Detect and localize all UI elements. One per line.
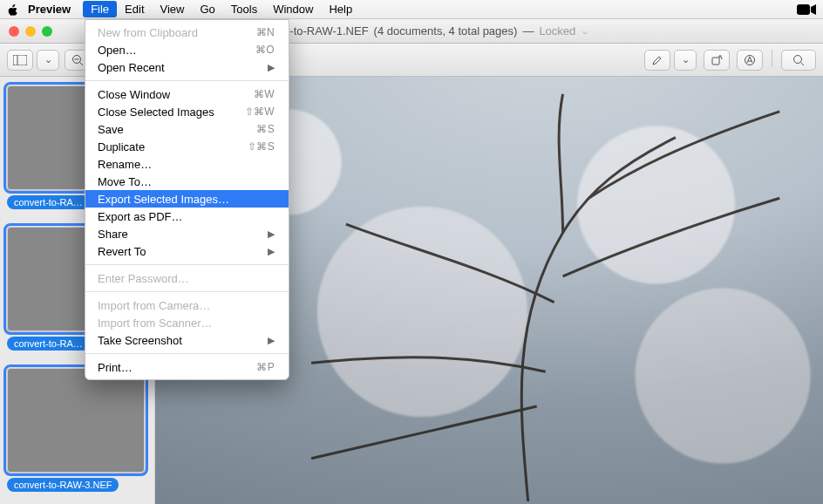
menu-item-shortcut: ⇧⌘S xyxy=(248,140,275,153)
file-menu-item[interactable]: Open…⌘O xyxy=(85,41,289,58)
menu-go[interactable]: Go xyxy=(192,1,222,17)
menu-item-label: Import from Camera… xyxy=(98,299,210,312)
file-menu-item[interactable]: Rename… xyxy=(85,155,289,173)
menu-file[interactable]: File xyxy=(83,1,117,17)
file-menu-item[interactable]: Move To… xyxy=(85,173,289,190)
menu-item-label: Move To… xyxy=(98,175,152,188)
minimize-window-button[interactable] xyxy=(25,26,36,37)
menu-item-label: Close Window xyxy=(98,88,170,101)
file-menu-item[interactable]: Take Screenshot▶ xyxy=(85,331,289,349)
menu-item-label: Share xyxy=(98,228,128,241)
sidebar-icon xyxy=(13,55,27,65)
thumbnail-label: convert-to-RA… xyxy=(7,337,90,351)
svg-rect-1 xyxy=(13,55,27,65)
file-menu-item[interactable]: Print…⌘P xyxy=(85,358,289,376)
menu-item-label: Close Selected Images xyxy=(98,106,214,119)
svg-line-4 xyxy=(80,62,84,65)
markup-button[interactable] xyxy=(737,50,763,71)
file-menu-item[interactable]: Export Selected Images… xyxy=(85,190,289,208)
app-name: Preview xyxy=(28,3,71,16)
file-menu-item[interactable]: Close Selected Images⇧⌘W xyxy=(85,103,289,120)
facetime-icon[interactable] xyxy=(797,3,816,16)
menu-item-label: Export Selected Images… xyxy=(98,193,229,206)
zoom-window-button[interactable] xyxy=(42,26,52,37)
menu-item-shortcut: ⇧⌘W xyxy=(245,106,275,118)
menu-item-label: Rename… xyxy=(98,158,152,171)
search-button[interactable] xyxy=(781,50,816,71)
chevron-down-icon[interactable]: ⌵ xyxy=(582,26,588,36)
svg-rect-0 xyxy=(797,4,810,15)
window-title-sep: — xyxy=(522,24,534,37)
apple-logo-icon xyxy=(7,3,19,16)
file-menu-item[interactable]: Duplicate⇧⌘S xyxy=(85,138,289,155)
menu-separator xyxy=(85,291,289,292)
file-menu-item: Import from Camera… xyxy=(85,296,289,314)
menubar: Preview File Edit View Go Tools Window H… xyxy=(0,0,823,19)
close-window-button[interactable] xyxy=(9,26,19,37)
menu-item-shortcut: ⌘N xyxy=(256,26,275,38)
sidebar-toggle-button[interactable] xyxy=(7,50,33,71)
menu-item-label: Print… xyxy=(98,361,133,374)
file-menu-item[interactable]: Open Recent▶ xyxy=(85,58,289,76)
menu-item-label: Take Screenshot xyxy=(98,334,182,347)
thumbnail-image xyxy=(7,368,145,473)
submenu-arrow-icon: ▶ xyxy=(268,228,275,240)
menu-item-label: Open… xyxy=(98,44,137,57)
file-menu-item: Enter Password… xyxy=(85,269,289,287)
thumbnail-label: convert-to-RAW-3.NEF xyxy=(7,478,119,492)
svg-point-14 xyxy=(794,55,802,63)
svg-line-15 xyxy=(801,62,805,65)
file-menu-item: Import from Scanner… xyxy=(85,314,289,331)
menu-item-label: Import from Scanner… xyxy=(98,317,213,330)
file-menu-dropdown: New from Clipboard⌘NOpen…⌘OOpen Recent▶C… xyxy=(85,19,289,380)
svg-rect-12 xyxy=(712,58,719,65)
menu-item-label: Duplicate xyxy=(98,140,145,153)
menu-edit[interactable]: Edit xyxy=(117,1,152,17)
menu-item-label: Save xyxy=(98,123,124,136)
window-locked-label: Locked xyxy=(539,24,575,37)
menu-help[interactable]: Help xyxy=(321,1,360,17)
menu-item-shortcut: ⌘W xyxy=(254,88,275,100)
file-menu-item[interactable]: Save⌘S xyxy=(85,120,289,138)
menu-view[interactable]: View xyxy=(153,1,193,17)
rotate-icon xyxy=(711,54,723,66)
file-menu-item[interactable]: Close Window⌘W xyxy=(85,85,289,103)
menu-item-label: Revert To xyxy=(98,245,146,258)
markup-icon xyxy=(744,54,756,66)
file-menu-item[interactable]: Share▶ xyxy=(85,225,289,242)
menu-separator xyxy=(85,353,289,354)
submenu-arrow-icon: ▶ xyxy=(268,335,275,346)
window-title-info: (4 documents, 4 total pages) xyxy=(374,24,518,37)
menu-item-shortcut: ⌘S xyxy=(256,123,275,135)
sidebar-menu-button[interactable]: ⌄ xyxy=(37,50,59,71)
thumbnail-label: convert-to-RA… xyxy=(7,195,90,209)
traffic-lights xyxy=(9,26,52,37)
menu-item-shortcut: ⌘O xyxy=(255,44,275,56)
menu-item-label: Enter Password… xyxy=(98,272,189,285)
menu-item-label: New from Clipboard xyxy=(98,26,198,39)
menu-item-shortcut: ⌘P xyxy=(256,361,275,373)
file-menu-item: New from Clipboard⌘N xyxy=(85,24,289,41)
menubar-right xyxy=(797,3,816,16)
highlight-icon xyxy=(651,54,663,66)
highlight-menu-button[interactable]: ⌄ xyxy=(674,50,697,71)
menu-item-label: Open Recent xyxy=(98,61,165,74)
menu-separator xyxy=(85,264,289,265)
submenu-arrow-icon: ▶ xyxy=(268,246,275,257)
menu-window[interactable]: Window xyxy=(265,1,321,17)
rotate-button[interactable] xyxy=(704,50,730,71)
menu-item-label: Export as PDF… xyxy=(98,210,183,223)
zoom-out-icon xyxy=(71,54,84,66)
menu-tools[interactable]: Tools xyxy=(223,1,265,17)
highlight-button[interactable] xyxy=(644,50,670,71)
submenu-arrow-icon: ▶ xyxy=(268,62,275,73)
file-menu-item[interactable]: Revert To▶ xyxy=(85,242,289,260)
thumbnail[interactable]: convert-to-RAW-3.NEF xyxy=(7,368,145,495)
menu-separator xyxy=(85,80,289,81)
toolbar-separator xyxy=(772,50,772,67)
search-icon xyxy=(792,54,805,66)
file-menu-item[interactable]: Export as PDF… xyxy=(85,208,289,225)
